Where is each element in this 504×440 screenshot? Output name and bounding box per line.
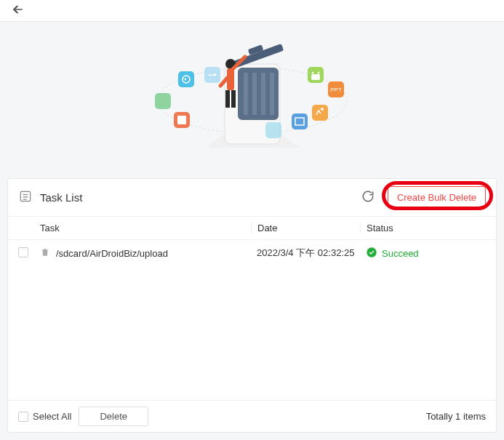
svg-text:PPT: PPT <box>330 87 342 93</box>
svg-point-28 <box>321 108 324 111</box>
svg-rect-6 <box>270 73 274 115</box>
select-all-label: Select All <box>33 411 71 422</box>
column-header-status: Status <box>360 223 486 233</box>
row-path: /sdcard/AirDroidBiz/upload <box>56 248 168 259</box>
refresh-icon[interactable] <box>361 190 375 205</box>
svg-rect-24 <box>311 74 320 80</box>
top-bar <box>0 0 504 22</box>
svg-rect-3 <box>244 73 248 115</box>
task-table: Task Date Status /sdcard/AirDroidBiz/upl… <box>8 217 496 400</box>
svg-rect-17 <box>204 67 220 83</box>
task-list-panel: Task List Create Bulk Delete Task Date S… <box>7 178 497 433</box>
trash-icon <box>40 247 50 260</box>
svg-point-23 <box>317 71 319 73</box>
row-checkbox[interactable] <box>18 247 28 257</box>
svg-rect-20 <box>177 116 186 124</box>
panel-header: Task List Create Bulk Delete <box>8 179 496 217</box>
row-date: 2022/3/4 下午 02:32:25 <box>251 247 360 260</box>
select-all[interactable]: Select All <box>18 411 71 422</box>
svg-rect-11 <box>225 90 230 108</box>
svg-rect-12 <box>231 90 236 108</box>
check-circle-icon <box>366 247 377 260</box>
row-status: Succeed <box>382 248 419 259</box>
table-row[interactable]: /sdcard/AirDroidBiz/upload 2022/3/4 下午 0… <box>8 240 496 266</box>
svg-point-36 <box>367 247 376 257</box>
select-all-checkbox[interactable] <box>18 412 28 422</box>
panel-footer: Select All Delete Totally 1 items <box>8 400 496 432</box>
svg-rect-31 <box>265 122 281 138</box>
panel-title: Task List <box>40 191 82 204</box>
svg-rect-5 <box>261 73 265 115</box>
svg-rect-4 <box>252 73 257 115</box>
create-bulk-delete-button[interactable]: Create Bulk Delete <box>388 186 486 209</box>
delete-button[interactable]: Delete <box>79 407 148 426</box>
column-header-date: Date <box>251 223 360 233</box>
hero-illustration: PPT <box>0 22 504 164</box>
svg-rect-29 <box>292 113 308 129</box>
svg-point-22 <box>311 71 313 73</box>
svg-rect-18 <box>155 93 171 109</box>
list-icon <box>18 189 33 206</box>
table-header-row: Task Date Status <box>8 217 496 240</box>
total-items-label: Totally 1 items <box>426 411 486 422</box>
column-header-task: Task <box>40 223 251 233</box>
back-icon[interactable] <box>9 3 25 18</box>
